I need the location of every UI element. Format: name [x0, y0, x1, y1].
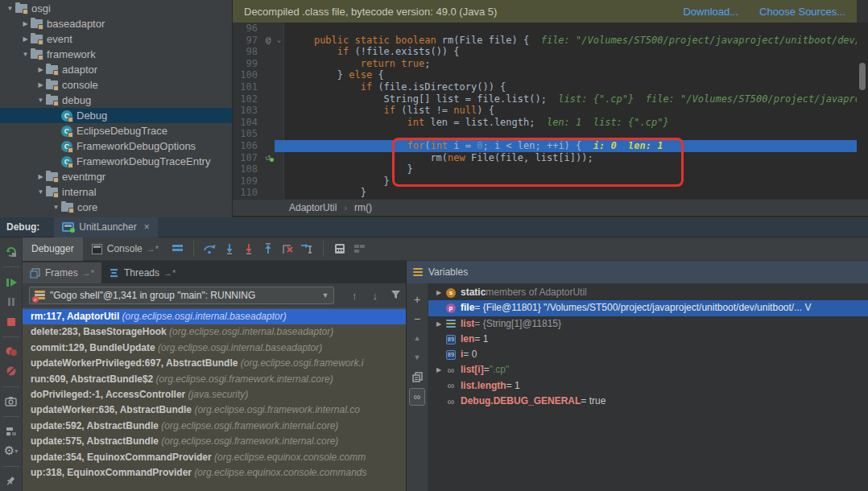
drop-frame-button[interactable]	[278, 240, 297, 258]
frame-row[interactable]: doPrivileged:-1, AccessController (java.…	[23, 387, 406, 402]
tree-item-osgi[interactable]: ▼osgi	[0, 1, 232, 16]
tab-threads[interactable]: Threads →*	[101, 262, 183, 283]
pin-icon[interactable]	[2, 474, 20, 489]
breadcrumb-method[interactable]: rm()	[354, 202, 372, 213]
frame-row[interactable]: updateWorkerPrivileged:697, AbstractBund…	[23, 356, 406, 371]
next-frame-button[interactable]: ↓	[365, 290, 386, 302]
frame-row[interactable]: commit:129, BundleUpdate (org.eclipse.os…	[23, 340, 406, 356]
camera-button[interactable]	[2, 394, 20, 408]
editor-scrollbar[interactable]	[857, 23, 868, 199]
show-execution-point-button[interactable]	[167, 240, 187, 258]
code-line-108[interactable]: 108 }	[233, 163, 868, 175]
settings-gear-icon[interactable]: ⚙▾	[2, 444, 20, 458]
variable-row[interactable]: ▶∞list[i] = ".cp"	[428, 362, 868, 378]
run-to-cursor-button[interactable]	[297, 240, 316, 258]
view-breakpoints-button[interactable]	[2, 345, 20, 359]
remove-watch-button[interactable]: −	[409, 311, 425, 327]
add-watch-button[interactable]: +	[409, 291, 425, 307]
variable-row[interactable]: pfile = {File@11801} "/Volumes/ST500/pro…	[428, 300, 868, 316]
code-line-103[interactable]: 103 if (list != null) {	[233, 105, 868, 117]
force-step-into-button[interactable]	[239, 240, 258, 258]
tab-debugger[interactable]: Debugger	[23, 237, 83, 261]
code-line-110[interactable]: 110 }	[233, 187, 868, 199]
duplicate-watch-button[interactable]	[409, 369, 425, 385]
resume-button[interactable]	[2, 274, 20, 289]
tree-toggle-icon[interactable]: ▼	[20, 51, 31, 58]
tree-item-adaptor[interactable]: ▶adaptor	[0, 62, 232, 77]
close-icon[interactable]: ×	[144, 221, 150, 233]
recursion-icon[interactable]: ↺	[262, 152, 275, 164]
tree-item-event[interactable]: ▶event	[0, 31, 232, 47]
rerun-button[interactable]	[2, 245, 20, 259]
mute-breakpoints-button[interactable]	[2, 364, 20, 378]
thread-selector-dropdown[interactable]: ✓ "Gogo shell"@1,341 in group "main": RU…	[29, 287, 334, 304]
tree-item-debug[interactable]: ▼debug	[0, 93, 232, 108]
tree-item-eventmgr[interactable]: ▶eventmgr	[0, 169, 232, 184]
evaluate-expression-button[interactable]	[330, 240, 349, 258]
frame-row[interactable]: run:609, AbstractBundle$2 (org.eclipse.o…	[23, 372, 406, 387]
tree-toggle-icon[interactable]: ▼	[5, 5, 15, 12]
session-tab-unitlauncher[interactable]: UnitLauncher ×	[54, 217, 157, 237]
show-watches-toggle[interactable]: ∞	[409, 388, 425, 406]
tree-toggle-icon[interactable]: ▶	[35, 81, 46, 89]
tree-toggle-icon[interactable]: ▶	[35, 66, 46, 73]
frame-row[interactable]: delete:283, BaseStorageHook (org.eclipse…	[23, 324, 406, 340]
stop-button[interactable]	[2, 314, 20, 328]
previous-frame-button[interactable]: ↑	[344, 290, 365, 302]
frame-row[interactable]: up:318, EquinoxCommandProvider (org.ecli…	[23, 465, 406, 481]
code-line-100[interactable]: 100 } else {	[233, 69, 868, 81]
choose-sources-link[interactable]: Choose Sources...	[759, 6, 845, 18]
variable-row[interactable]: 89i = 0	[428, 347, 868, 362]
code-line-98[interactable]: 98 if (!file.exists()) {	[233, 46, 868, 58]
filter-funnel-icon[interactable]	[385, 290, 406, 302]
variable-row[interactable]: ∞Debug.DEBUG_GENERAL = true	[428, 394, 868, 409]
tab-console[interactable]: Console →*	[83, 237, 167, 261]
code-line-105[interactable]: 105	[233, 128, 868, 140]
tree-item-debug[interactable]: CDebug	[0, 108, 232, 123]
tree-toggle-icon[interactable]: ▼	[35, 97, 46, 104]
step-over-button[interactable]	[200, 240, 220, 258]
tree-item-framework[interactable]: ▼framework	[0, 47, 232, 62]
tree-toggle-icon[interactable]: ▶	[35, 173, 46, 180]
tree-item-baseadaptor[interactable]: ▶baseadaptor	[0, 16, 232, 31]
frame-row[interactable]: update:592, AbstractBundle (org.eclipse.…	[23, 419, 406, 434]
code-line-104[interactable]: 104 int len = list.length; len: 1 list: …	[233, 117, 868, 129]
tree-item-frameworkdebugtraceentry[interactable]: CFrameworkDebugTraceEntry	[0, 154, 232, 169]
scrollbar-thumb[interactable]	[859, 63, 866, 90]
tab-frames[interactable]: Frames →*	[23, 262, 101, 283]
variable-row[interactable]: ▶sstatic members of AdaptorUtil	[428, 285, 868, 300]
tree-toggle-icon[interactable]: ▶	[20, 35, 31, 43]
expand-arrow-icon[interactable]: ▶	[433, 285, 444, 300]
code-line-102[interactable]: 102 String[] list = file.list(); list: {…	[233, 93, 868, 105]
tree-item-eclipsedebugtrace[interactable]: CEclipseDebugTrace	[0, 123, 232, 138]
move-down-button[interactable]: ▼	[409, 349, 425, 365]
frame-row[interactable]: update:575, AbstractBundle (org.eclipse.…	[23, 434, 406, 449]
tree-item-internal[interactable]: ▼internal	[0, 184, 232, 200]
move-up-button[interactable]: ▲	[409, 330, 425, 346]
download-link[interactable]: Download...	[683, 6, 738, 18]
tree-toggle-icon[interactable]: ▼	[51, 204, 61, 211]
variable-row[interactable]: 89len = 1	[428, 332, 868, 347]
tree-item-console[interactable]: ▶console	[0, 77, 232, 93]
step-out-button[interactable]	[258, 240, 278, 258]
code-line-107[interactable]: 107↺ rm(new File(file, list[i]));	[233, 152, 868, 164]
code-line-106[interactable]: 106 for(int i = 0; i < len; ++i) { i: 0 …	[233, 140, 868, 152]
restore-layout-button[interactable]	[2, 424, 20, 439]
tree-item-frameworkdebugoptions[interactable]: CFrameworkDebugOptions	[0, 138, 232, 154]
frame-row[interactable]: rm:117, AdaptorUtil (org.eclipse.osgi.in…	[23, 309, 406, 324]
code-area[interactable]: 9697@⌄ public static boolean rm(File fil…	[233, 23, 868, 199]
tree-toggle-icon[interactable]: ▼	[35, 188, 46, 196]
code-line-96[interactable]: 96	[233, 23, 868, 35]
code-line-97[interactable]: 97@⌄ public static boolean rm(File file)…	[233, 35, 868, 47]
breadcrumb-class[interactable]: AdaptorUtil	[289, 202, 337, 213]
pause-button[interactable]	[2, 295, 20, 309]
step-into-button[interactable]	[220, 240, 239, 258]
code-line-101[interactable]: 101 if (file.isDirectory()) {	[233, 81, 868, 93]
expand-arrow-icon[interactable]: ▶	[433, 316, 444, 332]
variable-row[interactable]: ∞list.length = 1	[428, 378, 868, 394]
frame-row[interactable]: update:354, EquinoxCommandProvider (org.…	[23, 450, 406, 465]
code-line-109[interactable]: 109 }	[233, 175, 868, 188]
frame-row[interactable]: updateWorker:636, AbstractBundle (org.ec…	[23, 402, 406, 418]
tree-item-core[interactable]: ▼core	[0, 200, 232, 215]
code-line-99[interactable]: 99 return true;	[233, 58, 868, 70]
